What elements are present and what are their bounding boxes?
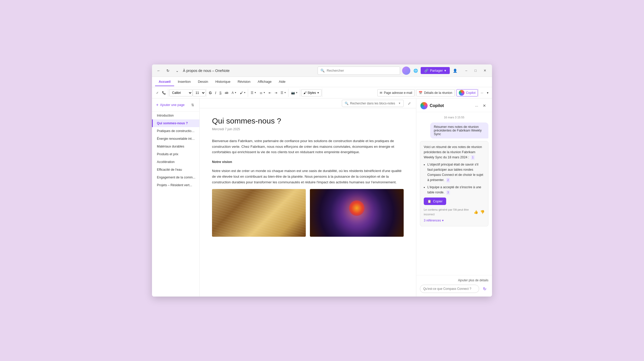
- page-item-materiaux[interactable]: Matériaux durables: [152, 143, 199, 150]
- copilot-panel: Copilot ··· ✕ 16 mars 3 15:55 Résumer me…: [416, 99, 492, 297]
- highlight-button[interactable]: 🖌 ▼: [238, 89, 247, 96]
- copilot-response-list: L'objectif principal était de savoir s'i…: [424, 162, 485, 195]
- strikethrough-button[interactable]: ab: [223, 89, 230, 96]
- copilot-logo-icon: [420, 102, 428, 109]
- page-title: Qui sommes-nous ?: [212, 117, 404, 125]
- page-item-engagement[interactable]: Engagement de la comm...: [152, 174, 199, 181]
- copilot-chat-input[interactable]: [420, 285, 479, 293]
- check-button[interactable]: 📞: [160, 89, 167, 96]
- undo-button[interactable]: ✓: [155, 89, 160, 96]
- page-item-introduction[interactable]: Introduction: [152, 112, 199, 119]
- font-color-button[interactable]: A ▼: [230, 89, 238, 96]
- copilot-date: 16 mars 3 15:55: [420, 116, 488, 119]
- add-icon: +: [156, 103, 158, 107]
- align-button[interactable]: ☰ ▼: [279, 89, 288, 96]
- copilot-body: 16 mars 3 15:55 Résumer mes notes de réu…: [416, 112, 492, 275]
- menu-item-affichage[interactable]: Affichage: [254, 78, 275, 86]
- copilot-input-row: ↻: [420, 285, 488, 293]
- page-item-eau[interactable]: Efficacité de l'eau: [152, 166, 199, 174]
- minimize-button[interactable]: –: [462, 67, 470, 75]
- content-area: 🔍 Rechercher dans les blocs-notes ▼ ⤢ Qu…: [200, 99, 416, 297]
- bullet-list-button[interactable]: ☰ ▼: [249, 89, 258, 96]
- more-tools-button[interactable]: ···: [479, 89, 485, 96]
- notebook-search-bar[interactable]: 🔍 Rechercher dans les blocs-notes ▼: [342, 100, 404, 107]
- add-page-button[interactable]: + Ajouter une page: [155, 101, 187, 109]
- bold-button[interactable]: G: [207, 89, 213, 96]
- copilot-response-intro: Voici un résumé de vos notes de réunion …: [424, 144, 485, 160]
- decrease-indent-button[interactable]: ⇤: [267, 89, 273, 96]
- numbered-list-button[interactable]: ⚌ ▼: [258, 89, 267, 96]
- maximize-button[interactable]: □: [471, 67, 480, 75]
- copilot-footer: Ajouter plus de détails ↻: [416, 275, 492, 297]
- copilot-user-message: Résumer mes notes de réunion précédentes…: [430, 122, 488, 138]
- toolbar-group-page-email: ✉ Page adresse e-mail: [377, 89, 415, 97]
- quick-access-button[interactable]: ⌄: [174, 67, 181, 74]
- thumbs-down-button[interactable]: 👎: [480, 209, 485, 215]
- page-item-projets[interactable]: Projets – Résident vert...: [152, 181, 199, 189]
- copilot-refs-row[interactable]: 3 références ▾: [424, 218, 485, 223]
- copilot-bullet-1: L'objectif principal était de savoir s'i…: [427, 162, 485, 183]
- copilot-header-buttons: ··· ✕: [473, 102, 488, 109]
- page-email-button[interactable]: ✉ Page adresse e-mail: [377, 89, 414, 96]
- search-box[interactable]: 🔍: [318, 67, 400, 75]
- share-chevron-icon: ▾: [444, 69, 446, 72]
- image-row: [212, 189, 404, 237]
- page-item-energie[interactable]: Énergie renouvelable inte...: [152, 135, 199, 143]
- forward-button[interactable]: ↻: [164, 67, 172, 74]
- dome-image: [310, 189, 404, 237]
- add-more-details-button[interactable]: Ajouter plus de détails: [420, 278, 488, 283]
- window-controls: – □ ✕: [462, 67, 489, 75]
- menu-item-dessin[interactable]: Dessin: [194, 78, 212, 86]
- menu-item-revision[interactable]: Révision: [234, 78, 254, 86]
- close-button[interactable]: ✕: [481, 67, 489, 75]
- calendar-icon: 📅: [419, 91, 422, 95]
- toolbar-group-styles: 🖌 Styles ▼: [301, 89, 323, 97]
- toolbar-group-copilot: Copilot: [456, 89, 479, 97]
- page-item-acceleration[interactable]: Accélération: [152, 158, 199, 166]
- back-button[interactable]: ←: [155, 67, 162, 74]
- styles-chevron-icon: ▼: [317, 92, 319, 94]
- underline-button[interactable]: S: [218, 89, 223, 96]
- copilot-ref-2[interactable]: 2: [446, 178, 450, 183]
- font-select[interactable]: Calibri: [169, 89, 192, 96]
- title-bar: ← ↻ ⌄ À propos de nous – OneNote 🔍 🌐 🔗 P…: [152, 64, 492, 77]
- italic-button[interactable]: I: [214, 89, 218, 96]
- copilot-copy-button[interactable]: 📋 Copier: [424, 198, 446, 205]
- copilot-ref-1[interactable]: 1: [471, 155, 475, 160]
- copilot-send-button[interactable]: ↻: [481, 285, 488, 293]
- page-item-pratiques[interactable]: Pratiques de construction...: [152, 127, 199, 135]
- copilot-toolbar-button[interactable]: Copilot: [456, 89, 478, 96]
- avatar: [402, 67, 410, 75]
- ms-edge-icon-button[interactable]: 🌐: [412, 67, 419, 74]
- page-item-produits[interactable]: Produits et prix: [152, 150, 199, 158]
- copilot-more-button[interactable]: ···: [473, 102, 480, 109]
- copilot-close-button[interactable]: ✕: [481, 102, 488, 109]
- menu-item-accueil[interactable]: Accueil: [155, 78, 174, 86]
- toolbar-group-undo: ✓ 📞: [154, 89, 168, 97]
- menu-item-insertion[interactable]: Insertion: [174, 78, 194, 86]
- page-item-qui-sommes-nous[interactable]: Qui sommes-nous ?: [152, 119, 199, 127]
- insert-picture-button[interactable]: 📷 ▼: [290, 89, 299, 96]
- toolbar-group-list: ☰ ▼ ⚌ ▼ ⇤ ⇥ ☰ ▼: [249, 89, 289, 97]
- people-icon-button[interactable]: 👤: [451, 67, 459, 74]
- search-chevron-icon: ▼: [398, 102, 401, 105]
- search-input[interactable]: [327, 69, 397, 72]
- sidebar: + Ajouter une page ⇅ Introduction Qui so…: [152, 99, 200, 297]
- thumbs-up-button[interactable]: 👍: [474, 209, 478, 215]
- meeting-button[interactable]: 📅 Détails de la réunion: [416, 89, 454, 96]
- font-size-select[interactable]: 11: [193, 89, 206, 96]
- search-icon: 🔍: [345, 102, 349, 105]
- styles-button[interactable]: 🖌 Styles ▼: [301, 89, 322, 96]
- chevron-down-button[interactable]: ▾: [485, 89, 490, 96]
- share-button[interactable]: 🔗 Partager ▾: [421, 67, 450, 74]
- sort-button[interactable]: ⇅: [189, 101, 196, 109]
- main-area: + Ajouter une page ⇅ Introduction Qui so…: [152, 99, 492, 297]
- copilot-ref-3[interactable]: 3: [446, 190, 450, 195]
- toolbar-group-meeting: 📅 Détails de la réunion: [416, 89, 455, 97]
- menu-item-aide[interactable]: Aide: [275, 78, 289, 86]
- copilot-response: Voici un résumé de vos notes de réunion …: [420, 141, 488, 226]
- menu-item-historique[interactable]: Historique: [212, 78, 234, 86]
- expand-button[interactable]: ⤢: [406, 100, 413, 107]
- increase-indent-button[interactable]: ⇥: [273, 89, 279, 96]
- styles-icon: 🖌: [303, 91, 307, 95]
